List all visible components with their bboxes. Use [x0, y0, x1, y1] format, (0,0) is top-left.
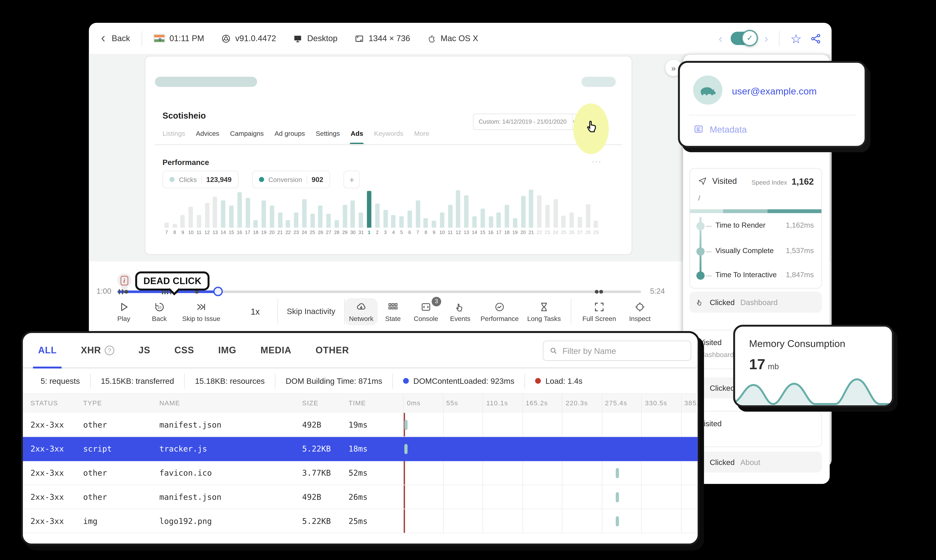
- table-row[interactable]: 2xx-3xxothermanifest.json492B26ms: [23, 485, 698, 509]
- stat-item: DOM Building Time: 871ms: [276, 373, 393, 388]
- stat-item: 5: requests: [31, 373, 91, 388]
- network-tab-all[interactable]: ALL: [38, 333, 57, 367]
- chart-bar: [205, 203, 209, 228]
- chart-bar: [286, 220, 290, 228]
- cell-type: other: [83, 492, 107, 502]
- visited-event-card[interactable]: Visited Speed Index 1,162 / Time to Rend…: [689, 168, 822, 289]
- chart-x-label: 30: [350, 230, 356, 235]
- events-button[interactable]: Events: [444, 298, 476, 325]
- cell-status: 2xx-3xx: [31, 468, 64, 478]
- network-tab-img[interactable]: IMG: [218, 333, 236, 367]
- chart-bar: [294, 212, 298, 228]
- search-icon: [549, 346, 558, 355]
- full-screen-icon: [594, 301, 605, 312]
- chart-bar: [302, 199, 307, 228]
- chart-bar: [164, 223, 169, 228]
- speed-button[interactable]: 1x: [241, 307, 270, 316]
- filter-input[interactable]: [562, 346, 685, 355]
- network-tab-other[interactable]: OTHER: [316, 333, 349, 367]
- stat-label: DOM Building Time: 871ms: [286, 377, 382, 385]
- table-row[interactable]: 2xx-3xxscripttracker.js5.22KB18ms: [23, 437, 698, 461]
- back-button[interactable]: Back: [99, 34, 130, 43]
- clicked-event-row[interactable]: ClickedDashboard: [689, 292, 822, 313]
- chart-bar-group: 17: [495, 188, 503, 235]
- table-row[interactable]: 2xx-3xxothermanifest.json492B19ms: [23, 413, 698, 437]
- favorite-star-icon[interactable]: ☆: [790, 32, 802, 45]
- metadata-button[interactable]: Metadata: [693, 124, 747, 134]
- chart-bar-group: 14: [470, 188, 478, 235]
- play-button[interactable]: Play: [106, 298, 142, 325]
- speed-index-value: 1,162: [791, 176, 814, 186]
- site-tab-ad-groups[interactable]: Ad groups: [274, 129, 305, 138]
- os-label: Mac OS X: [441, 34, 478, 43]
- kpi-clicks[interactable]: Clicks123,949: [162, 171, 239, 188]
- chevron-left-icon: [99, 34, 108, 43]
- stat-label: Load: 1.4s: [546, 377, 583, 385]
- table-header: STATUSTYPENAMESIZETIME0ms55s110.1s165.2s…: [23, 394, 698, 413]
- chart-bar: [180, 215, 185, 228]
- site-tab-campaigns[interactable]: Campaigns: [230, 129, 264, 138]
- visited-event-card[interactable]: Visited: [689, 411, 822, 447]
- chart-bar-group: 31: [357, 188, 365, 235]
- chart-x-label: 5: [400, 230, 403, 235]
- kpi-conversion[interactable]: Conversion902: [252, 171, 330, 188]
- chart-x-label: 19: [261, 230, 267, 235]
- cell-time: 25ms: [348, 516, 368, 526]
- toolbar-right: ‹ ✓ › ☆: [719, 31, 822, 46]
- filter-field[interactable]: [543, 341, 691, 361]
- help-icon[interactable]: ?: [105, 345, 114, 355]
- state-button[interactable]: State: [378, 298, 408, 325]
- chart-x-label: 20: [269, 230, 274, 235]
- state-icon: [387, 301, 399, 312]
- chart-x-label: 25: [561, 230, 566, 235]
- autoplay-toggle[interactable]: ✓: [731, 32, 756, 45]
- date-range-picker[interactable]: Custom: 14/12/2019 - 21/01/2020 ∨: [473, 114, 577, 130]
- user-email[interactable]: user@example.com: [732, 86, 817, 97]
- memory-unit: mb: [768, 362, 779, 371]
- chart-bar: [399, 216, 404, 228]
- screen: Back 01:11 PM v91.0.4472 Desktop: [0, 0, 936, 560]
- console-button[interactable]: Console3: [408, 298, 444, 325]
- table-row[interactable]: 2xx-3xxotherfavicon.ico3.77KB52ms: [23, 461, 698, 485]
- chart-bar: [594, 221, 598, 228]
- chart-bar: [440, 212, 444, 228]
- skip-inactivity-button[interactable]: Skip Inactivity: [278, 307, 344, 316]
- prev-session-icon[interactable]: ‹: [719, 33, 722, 44]
- chart-x-label: 10: [439, 230, 445, 235]
- site-tab-advices[interactable]: Advices: [196, 129, 219, 138]
- chart-bar-group: 24: [552, 188, 560, 235]
- performance-button[interactable]: Performance: [477, 298, 523, 325]
- chart-bar-group: 8: [422, 188, 430, 235]
- section-more-button[interactable]: ···: [592, 157, 602, 166]
- site-tab-settings[interactable]: Settings: [316, 129, 340, 138]
- back-button[interactable]: 10Back: [142, 298, 177, 325]
- network-tab-media[interactable]: MEDIA: [261, 333, 291, 367]
- network-button[interactable]: Network: [345, 298, 378, 325]
- chart-x-label: 28: [585, 230, 591, 235]
- chart-x-label: 23: [293, 230, 299, 235]
- table-row[interactable]: 2xx-3xximglogo192.png5.22KB25ms: [23, 509, 698, 534]
- chart-x-label: 24: [302, 230, 307, 235]
- placeholder-bar: [581, 77, 616, 87]
- site-tab-listings[interactable]: Listings: [162, 129, 185, 138]
- long-tasks-button[interactable]: Long Tasks: [523, 298, 566, 325]
- inspect-button[interactable]: Inspect: [622, 298, 658, 325]
- visited-head: Visited: [698, 176, 737, 186]
- clicked-event-row[interactable]: ClickedAbout: [689, 452, 822, 472]
- site-tab-keywords[interactable]: Keywords: [374, 129, 403, 138]
- issue-pin[interactable]: i: [117, 274, 131, 292]
- site-tab-ads[interactable]: Ads: [351, 129, 363, 138]
- full-screen-button[interactable]: Full Screen: [577, 298, 622, 325]
- chart-bar-group: 29: [341, 188, 349, 235]
- site-tab-more[interactable]: More: [414, 129, 429, 138]
- cell-status: 2xx-3xx: [31, 444, 64, 454]
- chart-x-label: 31: [358, 230, 364, 235]
- skip-to-issue-button[interactable]: Skip to Issue: [177, 298, 225, 325]
- network-tab-css[interactable]: CSS: [174, 333, 194, 367]
- add-kpi-button[interactable]: +: [344, 171, 360, 188]
- chart-bar: [213, 197, 217, 228]
- network-tab-xhr[interactable]: XHR?: [81, 333, 114, 367]
- next-session-icon[interactable]: ›: [764, 33, 768, 44]
- network-tab-js[interactable]: JS: [139, 333, 150, 367]
- share-icon[interactable]: [810, 33, 822, 44]
